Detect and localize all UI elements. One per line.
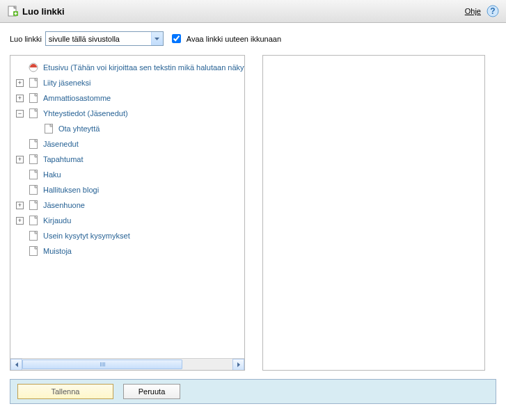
- expand-icon[interactable]: +: [16, 202, 24, 209]
- tree-node-label[interactable]: Yhteystiedot (Jäsenedut): [43, 109, 128, 118]
- dialog-header: Luo linkki Ohje ?: [0, 0, 506, 23]
- home-icon: [28, 62, 39, 73]
- file-icon: [28, 108, 39, 119]
- save-button[interactable]: Tallenna: [17, 384, 113, 399]
- file-icon: [28, 245, 39, 257]
- tree-node[interactable]: Muistoja: [13, 243, 242, 259]
- tree-node-label[interactable]: Kirjaudu: [43, 216, 71, 225]
- tree-node-label[interactable]: Jäsenedut: [43, 140, 79, 148]
- collapse-icon[interactable]: −: [16, 110, 24, 118]
- open-new-window-label: Avaa linkki uuteen ikkunaan: [187, 35, 281, 43]
- tree-node-label[interactable]: Tapahtumat: [43, 155, 83, 163]
- file-icon: [28, 215, 39, 226]
- tree-node-label[interactable]: Jäsenhuone: [43, 201, 85, 209]
- tree-node[interactable]: Ota yhteyttä: [13, 121, 242, 136]
- tree-node-label[interactable]: Muistoja: [43, 247, 72, 255]
- tree-node[interactable]: Haku: [13, 167, 242, 182]
- tree-node[interactable]: +Kirjaudu: [13, 213, 242, 228]
- tree-node[interactable]: Hallituksen blogi: [13, 182, 242, 197]
- file-icon: [28, 92, 39, 104]
- file-icon: [28, 200, 39, 211]
- link-target-select[interactable]: sivulle tällä sivustolla: [45, 31, 164, 46]
- svg-text:?: ?: [490, 6, 495, 16]
- file-icon: [28, 184, 39, 195]
- preview-panel: [262, 55, 485, 371]
- expander-spacer: [16, 248, 24, 255]
- expander-spacer: [16, 171, 24, 179]
- page-tree-panel: Etusivu (Tähän voi kirjoittaa sen teksti…: [10, 55, 245, 371]
- tree-node[interactable]: Jäsenedut: [13, 136, 242, 152]
- scrollbar-thumb[interactable]: [22, 360, 182, 369]
- expand-icon[interactable]: +: [16, 79, 24, 87]
- toolbar: Luo linkki sivulle tällä sivustolla Avaa…: [0, 23, 506, 51]
- tree-node[interactable]: −Yhteystiedot (Jäsenedut): [13, 106, 242, 121]
- help-icon[interactable]: ?: [487, 5, 499, 17]
- tree-node[interactable]: +Liity jäseneksi: [13, 75, 242, 90]
- file-icon: [28, 77, 39, 88]
- tree-node[interactable]: Etusivu (Tähän voi kirjoittaa sen teksti…: [13, 60, 242, 75]
- scroll-left-icon[interactable]: [10, 359, 22, 371]
- cancel-button[interactable]: Peruuta: [123, 384, 180, 399]
- tree-node-label[interactable]: Liity jäseneksi: [43, 79, 90, 87]
- tree-node-label[interactable]: Haku: [43, 170, 61, 179]
- horizontal-scrollbar[interactable]: [10, 358, 244, 370]
- expand-icon[interactable]: +: [16, 95, 24, 102]
- tree-node-label[interactable]: Usein kysytyt kysymykset: [43, 232, 130, 240]
- tree-node-label[interactable]: Hallituksen blogi: [43, 186, 99, 194]
- new-link-icon: [7, 6, 18, 17]
- tree-node[interactable]: +Tapahtumat: [13, 152, 242, 167]
- tree-node-label[interactable]: Ota yhteyttä: [58, 124, 100, 133]
- file-icon: [28, 169, 39, 180]
- scroll-right-icon[interactable]: [232, 359, 244, 371]
- file-icon: [28, 138, 39, 150]
- tree-node[interactable]: +Jäsenhuone: [13, 197, 242, 213]
- expander-spacer: [16, 232, 24, 240]
- expander-spacer: [16, 64, 24, 72]
- help-link[interactable]: Ohje: [465, 7, 481, 15]
- dialog-title: Luo linkki: [22, 6, 465, 17]
- tree-node[interactable]: +Ammattiosastomme: [13, 90, 242, 106]
- expand-icon[interactable]: +: [16, 217, 24, 225]
- expand-icon[interactable]: +: [16, 156, 24, 163]
- expander-spacer: [16, 140, 24, 148]
- file-icon: [28, 230, 39, 241]
- tree-node[interactable]: Usein kysytyt kysymykset: [13, 228, 242, 243]
- tree-node-label[interactable]: Etusivu (Tähän voi kirjoittaa sen teksti…: [43, 63, 245, 72]
- file-icon: [43, 123, 54, 134]
- open-new-window-checkbox[interactable]: [172, 34, 181, 43]
- dialog-footer: Tallenna Peruuta: [10, 379, 496, 404]
- expander-spacer: [16, 186, 24, 194]
- file-icon: [28, 154, 39, 165]
- expander-spacer: [31, 125, 39, 133]
- link-target-label: Luo linkki: [10, 35, 42, 43]
- tree-node-label[interactable]: Ammattiosastomme: [43, 94, 111, 102]
